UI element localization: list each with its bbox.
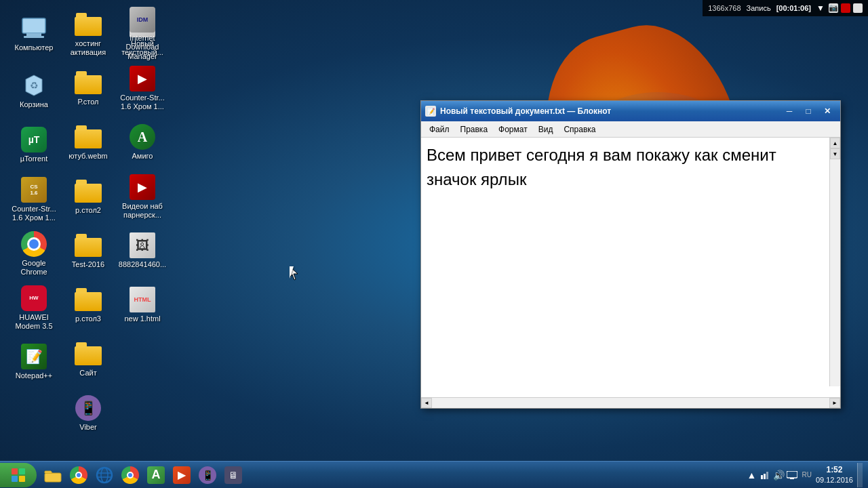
svg-rect-22: [787, 471, 797, 478]
idm-icon: IDM: [129, 7, 156, 33]
desktop-icon-hosting[interactable]: хостинг активация: [61, 7, 115, 61]
pause-recording-button[interactable]: [853, 3, 863, 13]
maximize-button[interactable]: □: [800, 104, 817, 118]
desktop-icon-recycle[interactable]: ♻ Корзина: [7, 64, 61, 118]
stop-recording-button[interactable]: [841, 3, 850, 13]
svg-rect-5: [22, 18, 45, 33]
desktop-icon-chrome[interactable]: Google Chrome: [7, 226, 61, 281]
tray-display[interactable]: [787, 470, 797, 481]
system-tray: ▲ 🔊: [746, 470, 797, 481]
taskbar-icon-chrome[interactable]: [66, 463, 91, 487]
vertical-scrollbar[interactable]: ▲ ▼: [829, 138, 840, 386]
svg-rect-12: [12, 476, 18, 482]
notepad-menubar: Файл Правка Формат Вид Справка: [421, 121, 840, 138]
desktop-icon-utorrent[interactable]: µT µTorrent: [7, 118, 61, 172]
svg-point-15: [97, 468, 112, 483]
taskbar-icon-ppt[interactable]: ▶: [170, 463, 194, 487]
svg-rect-10: [12, 468, 18, 474]
desktop-icon-huawei[interactable]: HW HUAWEI Modem 3.5: [7, 281, 61, 335]
notepad-icon: 📝: [20, 343, 47, 370]
notepad-title: Новый текстовый документ.txt — Блокнот: [440, 106, 781, 116]
test2016-label: Test-2016: [72, 260, 104, 269]
desktop-icon-notepad[interactable]: 📝 Notepad++: [7, 335, 61, 389]
utorrent-label: µTorrent: [20, 155, 48, 163]
start-button[interactable]: [0, 463, 37, 487]
desktop-icon-rstol[interactable]: Р.стол: [61, 61, 115, 115]
desktop-icon-img888[interactable]: 🖼 8882841460...: [115, 224, 170, 278]
ufilm-folder-icon: [75, 123, 102, 150]
desktop-icon-rstol3[interactable]: р.стол3: [61, 278, 115, 332]
minimize-button[interactable]: ─: [781, 104, 798, 118]
desktop-icon-sayt[interactable]: Сайт: [61, 332, 115, 386]
menu-format[interactable]: Формат: [493, 123, 533, 136]
utorrent-icon: µT: [20, 126, 47, 153]
desktop-icon-viber[interactable]: 📱 Viber: [61, 386, 115, 441]
scroll-left-button[interactable]: ◄: [421, 398, 432, 408]
desktop-icons-container: Компьютер ♻ Корзина µT µTorrent CS1.6 Co…: [7, 7, 170, 441]
notepad-text: Всем привет сегодня я вам покажу как сме…: [427, 143, 835, 192]
hosting-label: хостинг активация: [64, 39, 113, 57]
img888-icon: 🖼: [129, 232, 156, 259]
tray-arrow[interactable]: ▲: [746, 470, 757, 481]
rstol-folder-icon: [75, 69, 102, 96]
desktop-icon-idm[interactable]: IDM Internet Download Manager: [115, 7, 170, 61]
taskbar-icon-misc[interactable]: 🖥: [221, 463, 245, 487]
taskbar-icon-viber[interactable]: 📱: [195, 463, 220, 487]
desktop-icon-cs[interactable]: CS1.6 Counter-Str... 1.6 Хром 1...: [7, 172, 61, 226]
rstol2-label: р.стол2: [75, 206, 101, 215]
taskbar-icon-chrome2[interactable]: [118, 463, 142, 487]
desktop-icon-youtube[interactable]: ▶ Counter-Str... 1.6 Хром 1...: [115, 61, 170, 115]
test2016-folder-icon: [75, 232, 102, 259]
amigo-label: Амиго: [132, 152, 153, 161]
svg-marker-9: [290, 266, 298, 280]
rstol-label: Р.стол: [77, 98, 98, 106]
img888-label: 8882841460...: [119, 260, 166, 269]
close-button[interactable]: ✕: [818, 104, 836, 118]
desktop-icon-ufilm[interactable]: ютуб.webm: [61, 115, 115, 169]
recording-controls: ▼ 📷: [816, 3, 863, 13]
notepad-titlebar[interactable]: 📝 Новый текстовый документ.txt — Блокнот…: [421, 101, 840, 121]
desktop-icon-test2016[interactable]: Test-2016: [61, 224, 115, 278]
screenshot-button[interactable]: 📷: [829, 3, 838, 13]
menu-file[interactable]: Файл: [424, 123, 455, 136]
recycle-icon: ♻: [20, 72, 47, 99]
desktop-icon-video-nab[interactable]: ▶ Видеои наб парнерск...: [115, 169, 170, 224]
tray-network[interactable]: [760, 470, 770, 481]
cs-icon-graphic: CS1.6: [20, 176, 47, 203]
taskbar-clock[interactable]: 1:52 09.12.2016: [816, 465, 853, 485]
svg-rect-19: [761, 475, 763, 479]
taskbar-icon-explorer[interactable]: [41, 463, 65, 487]
taskbar-icon-ie[interactable]: [92, 463, 117, 487]
svg-rect-21: [766, 472, 768, 479]
taskbar-icon-translate[interactable]: A: [144, 463, 168, 487]
chrome-icon: [20, 230, 47, 258]
show-desktop-button[interactable]: [857, 463, 863, 487]
new1html-label: new 1.html: [124, 314, 160, 323]
tray-lang[interactable]: RU: [802, 471, 811, 479]
computer-label: Компьютер: [15, 43, 54, 52]
recording-label: Запись: [747, 4, 771, 12]
svg-rect-11: [19, 468, 25, 474]
chrome-label: Google Chrome: [9, 259, 58, 277]
menu-help[interactable]: Справка: [558, 123, 601, 136]
desktop-icon-computer[interactable]: Компьютер: [7, 7, 61, 61]
desktop-icon-rstol2[interactable]: р.стол2: [61, 169, 115, 224]
svg-rect-14: [45, 473, 61, 482]
clock-date: 09.12.2016: [816, 475, 853, 485]
menu-edit[interactable]: Правка: [455, 123, 494, 136]
notepad-label: Notepad++: [16, 371, 52, 380]
scroll-down-button[interactable]: ▼: [830, 148, 840, 159]
sayt-folder-icon: [75, 340, 102, 367]
tray-volume[interactable]: 🔊: [773, 470, 784, 481]
scroll-up-button[interactable]: ▲: [830, 138, 840, 148]
desktop-icon-new1html[interactable]: HTML new 1.html: [115, 278, 170, 332]
desktop-icon-amigo[interactable]: A Амиго: [115, 115, 170, 169]
notepad-content-area[interactable]: Всем привет сегодня я вам покажу как сме…: [421, 138, 840, 397]
horizontal-scrollbar[interactable]: ◄ ►: [421, 397, 840, 408]
huawei-label: HUAWEI Modem 3.5: [9, 313, 58, 331]
computer-icon: [20, 15, 47, 42]
scroll-right-button[interactable]: ►: [829, 398, 840, 408]
new1html-icon: HTML: [129, 286, 156, 313]
menu-view[interactable]: Вид: [533, 123, 559, 136]
recording-dropdown[interactable]: ▼: [816, 3, 826, 13]
